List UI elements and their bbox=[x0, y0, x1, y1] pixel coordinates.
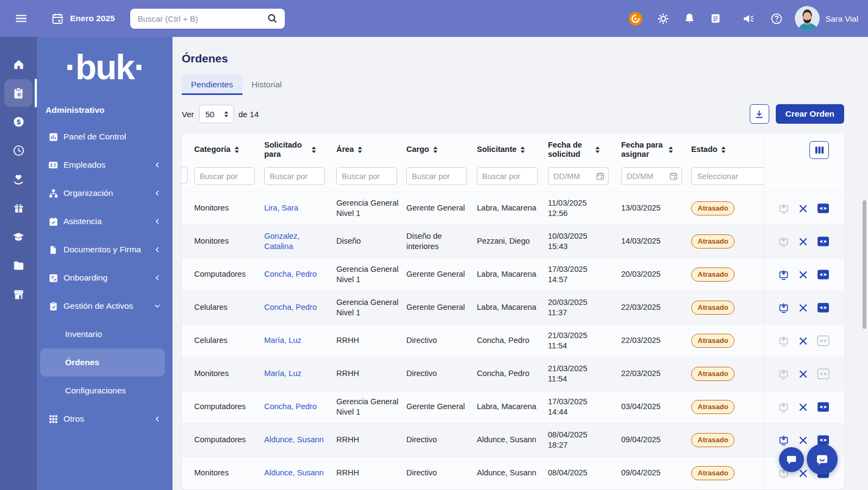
table-row: Computadores Concha, Pedro Gerencia Gene… bbox=[182, 258, 844, 291]
document-icon bbox=[710, 12, 722, 24]
sidebar-item-asistencia[interactable]: Asistencia bbox=[37, 207, 173, 236]
cancel-order-button[interactable] bbox=[799, 370, 808, 379]
sidebar-item-documentos-y-firma[interactable]: Documentos y Firma bbox=[37, 236, 173, 264]
solicitado-para-link[interactable]: Gonzalez, Catalina bbox=[264, 232, 299, 251]
hamburger-menu-button[interactable] bbox=[12, 9, 30, 28]
view-order-button[interactable] bbox=[817, 335, 829, 346]
view-order-button[interactable] bbox=[817, 236, 829, 247]
page-size-select[interactable]: 50 bbox=[199, 105, 234, 123]
assign-device-button[interactable] bbox=[778, 368, 789, 380]
export-button[interactable] bbox=[750, 104, 769, 124]
assign-device-button[interactable] bbox=[778, 236, 789, 247]
sidebar-item-otros[interactable]: Otros bbox=[37, 405, 173, 433]
rail-item-files[interactable] bbox=[0, 251, 37, 280]
support-chat-button[interactable] bbox=[807, 444, 838, 475]
solicitado-para-link[interactable]: Aldunce, Susann bbox=[264, 435, 324, 444]
cancel-order-button[interactable] bbox=[799, 403, 808, 412]
solicitado-para-link[interactable]: María, Luz bbox=[264, 336, 302, 345]
device-download-icon bbox=[778, 402, 789, 413]
column-header-solicitante[interactable]: Solicitante bbox=[477, 145, 548, 154]
actions-header bbox=[764, 133, 844, 166]
cancel-order-button[interactable] bbox=[799, 303, 808, 313]
assistant-button[interactable] bbox=[628, 11, 643, 26]
assign-device-button[interactable] bbox=[778, 435, 789, 446]
novelties-button[interactable] bbox=[710, 12, 722, 24]
cancel-order-button[interactable] bbox=[799, 469, 808, 478]
help-button[interactable] bbox=[770, 12, 783, 25]
create-order-button[interactable]: Crear Orden bbox=[776, 104, 844, 124]
rail-item-gift[interactable] bbox=[0, 194, 37, 222]
solicitado-para-link[interactable]: Concha, Pedro bbox=[264, 402, 317, 411]
assign-device-button[interactable] bbox=[778, 402, 789, 413]
view-order-button[interactable] bbox=[817, 302, 829, 313]
sidebar-subitem-ordenes[interactable]: Órdenes bbox=[40, 348, 165, 377]
cancel-order-button[interactable] bbox=[799, 270, 808, 279]
view-order-button[interactable] bbox=[817, 203, 829, 214]
column-header-solicitado-para[interactable]: Solicitado para bbox=[264, 141, 336, 159]
cancel-order-button[interactable] bbox=[799, 237, 808, 246]
assign-device-button[interactable] bbox=[778, 335, 789, 347]
rail-item-home[interactable] bbox=[0, 50, 37, 79]
feedback-chat-button[interactable] bbox=[779, 447, 804, 472]
solicitado-para-link[interactable]: Concha, Pedro bbox=[264, 270, 317, 278]
column-header-cargo[interactable]: Cargo bbox=[406, 145, 477, 154]
sort-icon bbox=[595, 146, 601, 154]
rail-item-remunerations[interactable]: $ bbox=[0, 107, 37, 136]
solicitado-para-link[interactable]: Aldunce, Susann bbox=[264, 468, 324, 477]
column-settings-button[interactable] bbox=[809, 141, 829, 159]
filter-cargo-input[interactable] bbox=[406, 167, 467, 185]
cell-area: Gerencia General Nivel 1 bbox=[336, 292, 406, 323]
sidebar-subitem-inventario[interactable]: Inventario bbox=[37, 320, 173, 348]
settings-button[interactable] bbox=[657, 12, 669, 25]
rail-item-marketplace[interactable] bbox=[0, 280, 37, 309]
icon-rail: $ bbox=[0, 37, 37, 490]
solicitado-para-link[interactable]: Concha, Pedro bbox=[264, 303, 317, 311]
sidebar-item-organizacion[interactable]: Organización bbox=[37, 179, 173, 207]
vertical-scrollbar[interactable] bbox=[863, 200, 866, 329]
sidebar-subitem-configuraciones[interactable]: Configuraciones bbox=[37, 377, 173, 405]
filter-estado-select[interactable]: Seleccionar bbox=[691, 167, 764, 185]
sidebar-item-empleados[interactable]: Empleados bbox=[37, 151, 173, 179]
assign-device-button[interactable] bbox=[778, 203, 789, 214]
column-header-estado[interactable]: Estado bbox=[691, 145, 764, 154]
user-menu[interactable]: Sara Vial bbox=[795, 6, 858, 31]
row-actions bbox=[764, 192, 844, 225]
solicitado-para-link[interactable]: María, Luz bbox=[264, 369, 302, 378]
filter-solicitado-para-input[interactable] bbox=[264, 167, 325, 185]
cancel-order-button[interactable] bbox=[799, 336, 808, 346]
sidebar-item-onboarding[interactable]: Onboarding bbox=[37, 264, 173, 292]
view-order-button[interactable] bbox=[817, 402, 829, 412]
view-order-button[interactable] bbox=[817, 269, 829, 280]
announcements-button[interactable] bbox=[742, 12, 755, 25]
period-selector[interactable]: Enero 2025 bbox=[51, 12, 115, 25]
sidebar-item-panel-de-control[interactable]: Panel de Control bbox=[37, 123, 173, 151]
rail-item-benefits[interactable] bbox=[0, 165, 37, 194]
column-header-area[interactable]: Área bbox=[336, 145, 406, 154]
cancel-order-button[interactable] bbox=[799, 436, 808, 445]
tab-historial[interactable]: Historial bbox=[242, 74, 291, 95]
cancel-order-button[interactable] bbox=[799, 204, 808, 213]
cell-fecha-solicitud: 21/03/202511:54 bbox=[548, 326, 621, 356]
assign-device-button[interactable] bbox=[778, 302, 789, 314]
search-button[interactable] bbox=[266, 12, 278, 24]
view-order-button[interactable] bbox=[817, 368, 829, 379]
filter-solicitante-input[interactable] bbox=[477, 167, 538, 185]
filter-area-input[interactable] bbox=[336, 167, 397, 185]
search-input[interactable] bbox=[137, 14, 266, 24]
rail-item-asset-management[interactable] bbox=[0, 79, 37, 107]
tab-pendientes[interactable]: Pendientes bbox=[182, 74, 242, 95]
rail-item-training[interactable] bbox=[0, 222, 37, 251]
avatar bbox=[795, 6, 820, 31]
assign-device-button[interactable] bbox=[778, 269, 789, 281]
rail-item-time[interactable] bbox=[0, 136, 37, 165]
sidebar-item-gestion-de-activos[interactable]: Gestión de Activos bbox=[37, 292, 173, 320]
sidebar-section-label: Administrativo bbox=[46, 105, 173, 115]
cell-categoria: Computadores bbox=[194, 264, 264, 284]
filter-categoria-input[interactable] bbox=[194, 167, 255, 185]
solicitado-para-link[interactable]: Lira, Sara bbox=[264, 203, 298, 212]
cell-fecha-solicitud: 11/03/202512:56 bbox=[548, 193, 621, 224]
column-header-categoria[interactable]: Categoría bbox=[194, 145, 264, 154]
column-header-fecha-asignar[interactable]: Fecha para asignar bbox=[621, 141, 691, 159]
notifications-button[interactable] bbox=[684, 12, 695, 24]
column-header-fecha-solicitud[interactable]: Fecha de solicitud bbox=[548, 141, 621, 159]
